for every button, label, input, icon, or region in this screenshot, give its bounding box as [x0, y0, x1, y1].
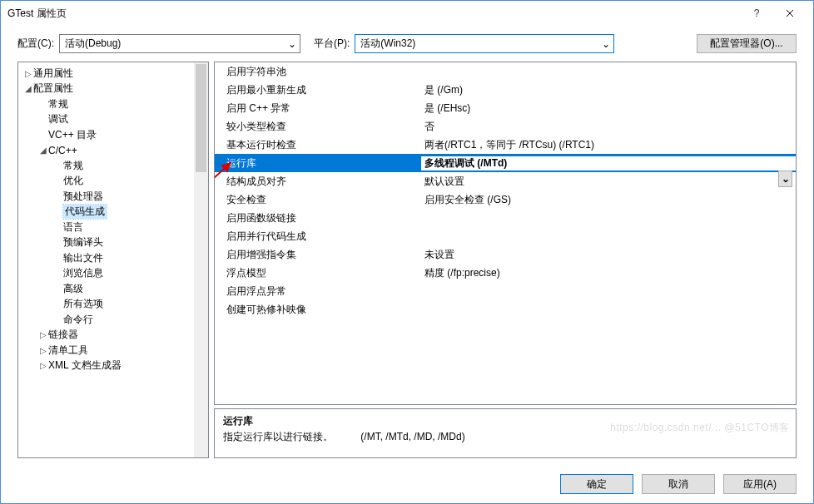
tree-item[interactable]: 所有选项: [18, 297, 194, 313]
property-name: 启用 C++ 异常: [215, 101, 421, 116]
tree-item-label: 代码生成: [63, 205, 107, 219]
property-name: 启用函数级链接: [215, 211, 421, 225]
property-value[interactable]: 两者(/RTC1，等同于 /RTCsu) (/RTC1): [421, 138, 796, 152]
platform-label: 平台(P):: [314, 37, 350, 51]
property-row[interactable]: 结构成员对齐默认设置: [215, 172, 796, 190]
config-value: 活动(Debug): [65, 37, 121, 51]
toolbar: 配置(C): 活动(Debug) ⌄ 平台(P): 活动(Win32) ⌄ 配置…: [1, 26, 813, 62]
property-row[interactable]: 启用增强指令集未设置: [215, 245, 796, 264]
tree-item[interactable]: ▷XML 文档生成器: [18, 358, 194, 374]
tree-item[interactable]: 语言: [18, 220, 194, 235]
property-name: 基本运行时检查: [215, 138, 421, 152]
tree-item[interactable]: ◢C/C++: [18, 143, 194, 159]
platform-value: 活动(Win32): [360, 37, 415, 51]
property-value[interactable]: 是 (/EHsc): [421, 101, 796, 116]
tree-item-label: 语言: [63, 220, 83, 235]
tree-item-label: XML 文档生成器: [48, 358, 122, 373]
chevron-down-icon: ⌄: [782, 173, 790, 185]
property-value[interactable]: 是 (/Gm): [421, 83, 796, 97]
property-row[interactable]: 较小类型检查否: [215, 117, 796, 136]
tree-item-label: 预编译头: [63, 235, 103, 250]
tree-item-label: 输出文件: [63, 251, 103, 265]
titlebar: GTest 属性页 ?: [1, 1, 813, 26]
property-row[interactable]: 启用函数级链接: [215, 209, 796, 227]
tree-item-label: 所有选项: [63, 297, 103, 311]
apply-button[interactable]: 应用(A): [723, 474, 797, 494]
property-row[interactable]: 基本运行时检查两者(/RTC1，等同于 /RTCsu) (/RTC1): [215, 136, 796, 154]
value-dropdown-button[interactable]: ⌄: [778, 170, 792, 187]
tree-item[interactable]: 调试: [18, 112, 194, 128]
property-row[interactable]: 启用最小重新生成是 (/Gm): [215, 81, 796, 99]
tree-item[interactable]: 预处理器: [18, 189, 194, 205]
property-row[interactable]: 创建可热修补映像: [215, 300, 796, 319]
property-name: 浮点模型: [215, 266, 421, 280]
property-row[interactable]: 启用浮点异常: [215, 282, 796, 300]
tree-item-label: C/C++: [48, 145, 77, 156]
property-name: 运行库: [215, 156, 421, 170]
config-manager-button[interactable]: 配置管理器(O)...: [697, 34, 797, 53]
close-button[interactable]: [773, 2, 807, 25]
expand-toggle-icon[interactable]: ▷: [38, 361, 48, 370]
property-row[interactable]: 运行库多线程调试 (/MTd)⌄: [215, 154, 796, 172]
tree-item[interactable]: 输出文件: [18, 250, 194, 266]
property-name: 启用增强指令集: [215, 248, 421, 262]
property-value[interactable]: 精度 (/fp:precise): [421, 266, 796, 280]
tree-panel: ▷通用属性◢配置属性常规调试VC++ 目录◢C/C++常规优化预处理器代码生成语…: [17, 62, 209, 458]
window-title: GTest 属性页: [7, 7, 740, 21]
tree-item[interactable]: ▷链接器: [18, 328, 194, 343]
property-value[interactable]: 否: [421, 120, 796, 134]
property-name: 启用字符串池: [215, 65, 421, 79]
property-value[interactable]: 未设置: [421, 248, 796, 262]
tree-item[interactable]: 高级: [18, 281, 194, 297]
property-name: 结构成员对齐: [215, 175, 421, 189]
tree-item[interactable]: VC++ 目录: [18, 127, 194, 143]
tree-item[interactable]: ◢配置属性: [18, 82, 194, 97]
expand-toggle-icon[interactable]: ▷: [38, 346, 48, 355]
tree-item-label: 清单工具: [48, 343, 88, 358]
tree-item[interactable]: 代码生成: [18, 205, 194, 220]
tree-item[interactable]: 常规: [18, 158, 194, 174]
ok-button[interactable]: 确定: [560, 474, 633, 494]
tree-item[interactable]: ▷清单工具: [18, 343, 194, 358]
property-row[interactable]: 安全检查启用安全检查 (/GS): [215, 190, 796, 209]
property-name: 安全检查: [215, 193, 421, 207]
expand-toggle-icon[interactable]: ◢: [38, 146, 48, 155]
property-name: 启用最小重新生成: [215, 83, 421, 97]
expand-toggle-icon[interactable]: ▷: [23, 69, 33, 78]
expand-toggle-icon[interactable]: ◢: [23, 84, 33, 93]
property-row[interactable]: 启用 C++ 异常是 (/EHsc): [215, 99, 796, 117]
config-combo[interactable]: 活动(Debug) ⌄: [59, 34, 300, 53]
cancel-button[interactable]: 取消: [642, 474, 715, 494]
tree-item[interactable]: 优化: [18, 174, 194, 190]
platform-combo[interactable]: 活动(Win32) ⌄: [355, 34, 614, 53]
tree-item-label: 调试: [48, 112, 68, 126]
tree-item[interactable]: ▷通用属性: [18, 66, 194, 82]
tree-item-label: 链接器: [48, 328, 78, 342]
tree-item-label: 通用属性: [33, 67, 73, 81]
content-area: ▷通用属性◢配置属性常规调试VC++ 目录◢C/C++常规优化预处理器代码生成语…: [1, 62, 813, 465]
help-button[interactable]: ?: [740, 2, 773, 25]
property-row[interactable]: 浮点模型精度 (/fp:precise): [215, 264, 796, 282]
tree-item[interactable]: 命令行: [18, 312, 194, 328]
dialog-window: GTest 属性页 ? 配置(C): 活动(Debug) ⌄ 平台(P): 活动…: [0, 0, 814, 504]
property-value[interactable]: 多线程调试 (/MTd)⌄: [421, 156, 796, 170]
tree-item[interactable]: 浏览信息: [18, 266, 194, 282]
property-value[interactable]: 启用安全检查 (/GS): [421, 193, 796, 207]
close-icon: [786, 9, 794, 17]
property-name: 启用并行代码生成: [215, 230, 421, 244]
tree-item[interactable]: 预编译头: [18, 235, 194, 251]
expand-toggle-icon[interactable]: ▷: [38, 330, 48, 339]
category-tree[interactable]: ▷通用属性◢配置属性常规调试VC++ 目录◢C/C++常规优化预处理器代码生成语…: [18, 62, 194, 457]
tree-item-label: 浏览信息: [63, 266, 103, 280]
tree-item-label: 优化: [63, 174, 83, 188]
property-name: 较小类型检查: [215, 120, 421, 134]
tree-item[interactable]: 常规: [18, 96, 194, 112]
property-value[interactable]: 默认设置: [421, 175, 796, 189]
chevron-down-icon: ⌄: [602, 38, 610, 50]
config-label: 配置(C):: [17, 37, 54, 51]
tree-scrollbar[interactable]: [194, 62, 208, 457]
property-row[interactable]: 启用并行代码生成: [215, 227, 796, 245]
property-grid[interactable]: 启用字符串池启用最小重新生成是 (/Gm)启用 C++ 异常是 (/EHsc)较…: [214, 62, 797, 405]
right-panel: 启用字符串池启用最小重新生成是 (/Gm)启用 C++ 异常是 (/EHsc)较…: [214, 62, 797, 458]
property-row[interactable]: 启用字符串池: [215, 62, 796, 81]
